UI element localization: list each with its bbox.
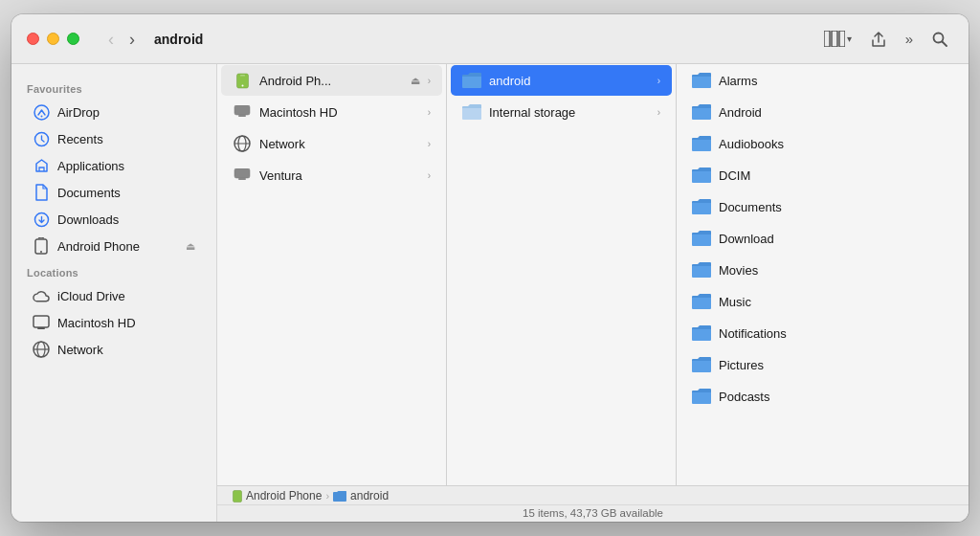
sidebar-item-recents[interactable]: Recents bbox=[17, 125, 211, 152]
col3-android[interactable]: Android bbox=[680, 97, 965, 127]
icloud-drive-label: iCloud Drive bbox=[57, 289, 195, 303]
minimize-button[interactable] bbox=[47, 33, 59, 45]
col3-alarms-label: Alarms bbox=[719, 74, 953, 88]
sidebar-item-macintosh-hd[interactable]: Macintosh HD bbox=[17, 309, 211, 336]
main-content: Favourites AirDrop bbox=[11, 64, 969, 522]
col3-music-label: Music bbox=[719, 295, 953, 309]
titlebar: ‹ › android ▾ bbox=[11, 14, 969, 64]
col3-notifications-label: Notifications bbox=[719, 326, 953, 341]
col2-android[interactable]: android › bbox=[451, 65, 672, 96]
download-folder-icon bbox=[692, 229, 711, 248]
window-title: android bbox=[154, 32, 811, 47]
col1-android-phone-chevron: › bbox=[428, 76, 431, 86]
col1-macintosh-hd[interactable]: Macintosh HD › bbox=[221, 97, 442, 127]
svg-rect-0 bbox=[824, 31, 830, 47]
col3-android-label: Android bbox=[719, 105, 953, 120]
documents-icon bbox=[33, 184, 50, 201]
col2-internal-storage-chevron: › bbox=[657, 107, 660, 118]
col2-internal-storage-label: Internal storage bbox=[489, 105, 650, 120]
sidebar-section-favourites: Favourites AirDrop bbox=[11, 76, 216, 259]
pictures-folder-icon bbox=[692, 355, 711, 374]
col3-notifications[interactable]: Notifications bbox=[680, 318, 965, 348]
sidebar-item-icloud-drive[interactable]: iCloud Drive bbox=[17, 282, 211, 309]
sidebar-item-network[interactable]: Network bbox=[17, 336, 211, 363]
maximize-button[interactable] bbox=[67, 33, 79, 45]
audiobooks-folder-icon bbox=[692, 134, 711, 153]
finder-window: ‹ › android ▾ bbox=[11, 14, 969, 522]
sidebar: Favourites AirDrop bbox=[11, 64, 217, 522]
col1-network[interactable]: Network › bbox=[221, 128, 442, 159]
android-phone-icon bbox=[33, 237, 50, 255]
svg-rect-19 bbox=[234, 105, 250, 115]
col3-download-label: Download bbox=[719, 232, 953, 246]
view-toggle-button[interactable]: ▾ bbox=[818, 27, 858, 51]
col2-android-label: android bbox=[489, 74, 650, 88]
android-phone-label: Android Phone bbox=[57, 239, 178, 254]
applications-icon bbox=[33, 157, 50, 174]
col1-android-phone-label: Android Ph... bbox=[259, 74, 403, 88]
airdrop-icon bbox=[33, 103, 50, 121]
items-count-text: 15 items, 43,73 GB available bbox=[523, 507, 663, 519]
sidebar-item-applications[interactable]: Applications bbox=[17, 152, 211, 179]
more-button[interactable]: » bbox=[900, 27, 919, 51]
sidebar-item-airdrop[interactable]: AirDrop bbox=[17, 99, 211, 125]
svg-line-4 bbox=[943, 41, 947, 46]
col1-ventura[interactable]: Ventura › bbox=[221, 160, 442, 190]
macintosh-hd-col-icon bbox=[233, 102, 252, 122]
close-button[interactable] bbox=[27, 33, 39, 45]
col3-movies[interactable]: Movies bbox=[680, 255, 965, 285]
svg-rect-26 bbox=[234, 490, 242, 502]
breadcrumb-android-folder-icon bbox=[333, 491, 346, 502]
col3-music[interactable]: Music bbox=[680, 286, 965, 317]
columns-icon bbox=[824, 31, 845, 47]
columns-area: Android Ph... ⏏ › Macintosh HD › bbox=[217, 64, 969, 485]
col3-documents[interactable]: Documents bbox=[680, 191, 965, 222]
documents-folder-icon bbox=[692, 197, 711, 216]
share-button[interactable] bbox=[865, 27, 892, 52]
forward-button[interactable]: › bbox=[123, 29, 141, 50]
downloads-icon bbox=[33, 211, 50, 228]
col3-pictures[interactable]: Pictures bbox=[680, 349, 965, 380]
android-dir-folder-icon bbox=[692, 102, 711, 122]
svg-rect-12 bbox=[37, 327, 45, 329]
status-text-row: 15 items, 43,73 GB available bbox=[217, 505, 969, 522]
notifications-folder-icon bbox=[692, 324, 711, 343]
svg-rect-1 bbox=[832, 31, 837, 47]
macintosh-hd-label: Macintosh HD bbox=[57, 316, 195, 330]
col3-download[interactable]: Download bbox=[680, 223, 965, 254]
col3-movies-label: Movies bbox=[719, 263, 953, 278]
documents-label: Documents bbox=[57, 186, 195, 200]
col1-macintosh-label: Macintosh HD bbox=[259, 105, 420, 120]
svg-rect-11 bbox=[33, 316, 49, 327]
col2-internal-storage[interactable]: Internal storage › bbox=[451, 97, 672, 127]
col3-dcim[interactable]: DCIM bbox=[680, 160, 965, 190]
svg-rect-20 bbox=[238, 115, 246, 117]
eject-icon[interactable]: ⏏ bbox=[186, 240, 195, 253]
ventura-col-icon bbox=[233, 166, 252, 185]
col3-alarms[interactable]: Alarms bbox=[680, 65, 965, 96]
movies-folder-icon bbox=[692, 260, 711, 279]
internal-storage-icon bbox=[462, 102, 481, 122]
search-button[interactable] bbox=[926, 28, 953, 51]
col3-audiobooks-label: Audiobooks bbox=[719, 137, 953, 151]
alarms-folder-icon bbox=[692, 71, 711, 90]
col1-network-label: Network bbox=[259, 137, 420, 151]
col3-podcasts[interactable]: Podcasts bbox=[680, 381, 965, 412]
recents-icon bbox=[33, 130, 50, 147]
svg-point-10 bbox=[40, 251, 42, 253]
music-folder-icon bbox=[692, 292, 711, 311]
sidebar-item-android-phone[interactable]: Android Phone ⏏ bbox=[17, 233, 211, 259]
col1-ventura-chevron: › bbox=[428, 170, 431, 181]
macintosh-hd-icon bbox=[33, 314, 50, 331]
sidebar-item-downloads[interactable]: Downloads bbox=[17, 206, 211, 233]
back-button[interactable]: ‹ bbox=[102, 29, 120, 50]
col1-eject-icon[interactable]: ⏏ bbox=[411, 75, 420, 87]
sidebar-section-locations: Locations iCloud Drive bbox=[11, 259, 216, 363]
svg-rect-18 bbox=[240, 75, 245, 76]
col3-dcim-label: DCIM bbox=[719, 168, 953, 183]
sidebar-item-documents[interactable]: Documents bbox=[17, 179, 211, 206]
android-phone-col-icon bbox=[233, 71, 252, 90]
col3-audiobooks[interactable]: Audiobooks bbox=[680, 128, 965, 159]
col1-android-phone[interactable]: Android Ph... ⏏ › bbox=[221, 65, 442, 96]
chevron-down-icon: ▾ bbox=[847, 34, 852, 44]
